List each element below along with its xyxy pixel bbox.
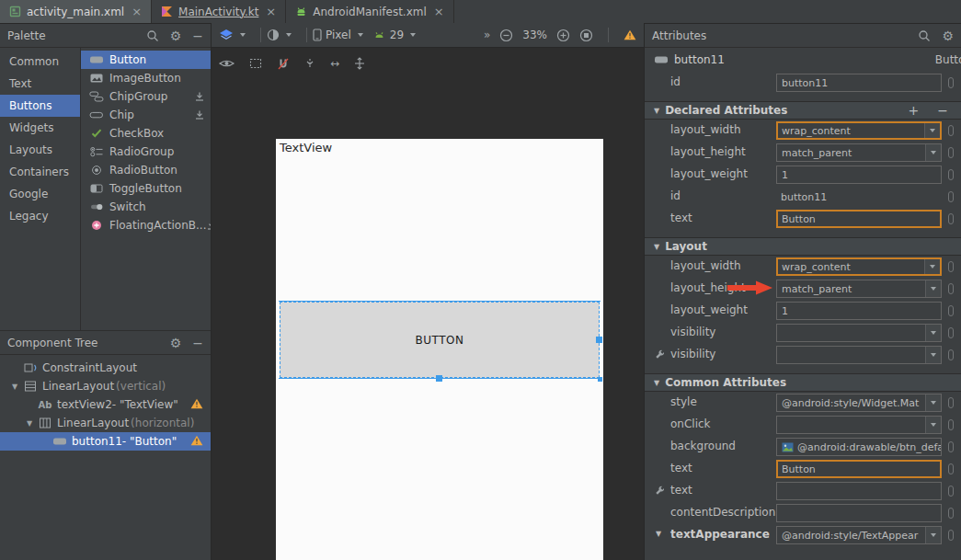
resource-picker[interactable] [948, 463, 954, 474]
palette-item[interactable]: ChipGroup [81, 87, 211, 106]
palette-item[interactable]: ToggleButton [81, 179, 211, 198]
attribute-dropdown[interactable] [776, 346, 942, 364]
remove-attribute-button[interactable]: − [937, 103, 948, 118]
resource-picker[interactable] [948, 530, 954, 541]
attribute-dropdown[interactable]: match_parent [776, 143, 942, 162]
attribute-dropdown[interactable] [776, 324, 942, 342]
palette-item[interactable]: RadioGroup [81, 143, 211, 161]
attribute-input[interactable]: @android:drawable/btn_defau [776, 438, 942, 456]
attribute-input[interactable]: button11 [776, 74, 942, 92]
gear-icon[interactable]: ⚙ [170, 29, 182, 42]
gear-icon[interactable]: ⚙ [170, 337, 182, 349]
resource-picker[interactable] [948, 486, 954, 497]
hide-panel-icon[interactable]: − [192, 29, 203, 42]
attributes-section-header[interactable]: ▼Layout [645, 237, 961, 256]
resource-picker[interactable] [948, 508, 954, 519]
expand-arrow-icon[interactable]: ▼ [22, 419, 37, 428]
attribute-dropdown[interactable]: wrap_content [776, 257, 942, 276]
resize-handle-bottom[interactable] [436, 375, 442, 382]
chevron-down-icon[interactable] [925, 417, 941, 433]
palette-item[interactable]: FloatingActionB... [81, 216, 211, 234]
toolbar-overflow-icon[interactable]: » [484, 29, 490, 41]
view-options-eye-icon[interactable] [219, 58, 235, 69]
chevron-down-icon[interactable] [925, 394, 941, 411]
tree-item[interactable]: ConstraintLayout [0, 359, 211, 377]
expand-arrow-icon[interactable]: ▼ [656, 530, 661, 538]
tree-item[interactable]: AbtextView2- "TextView" [0, 395, 211, 414]
gear-icon[interactable]: ⚙ [942, 29, 954, 42]
chevron-down-icon[interactable] [925, 527, 941, 543]
chevron-down-icon[interactable] [924, 123, 940, 138]
close-icon[interactable]: × [266, 5, 276, 18]
zoom-out-icon[interactable] [499, 29, 513, 42]
resource-picker[interactable] [948, 261, 954, 272]
resource-picker[interactable] [948, 305, 954, 316]
attribute-dropdown[interactable]: @android:style/Widget.Mat [776, 394, 942, 412]
zoom-in-icon[interactable] [556, 29, 570, 42]
warning-icon[interactable] [624, 29, 636, 40]
resource-picker[interactable] [948, 327, 954, 338]
attribute-input[interactable]: Button [776, 210, 942, 228]
attribute-input[interactable]: 1 [776, 302, 942, 320]
palette-item[interactable]: Button [81, 51, 211, 69]
align-vertical-icon[interactable] [354, 57, 365, 70]
tree-item[interactable]: button11- "Button" [0, 432, 211, 451]
resource-picker[interactable] [948, 77, 954, 88]
resource-picker[interactable] [948, 419, 954, 430]
autoconnect-magnet-icon[interactable] [277, 58, 290, 70]
palette-item[interactable]: RadioButton [81, 161, 211, 179]
chevron-down-icon[interactable] [925, 325, 941, 341]
device-selector[interactable]: Pixel [313, 29, 363, 41]
palette-category-legacy[interactable]: Legacy [0, 205, 80, 227]
resource-picker[interactable] [948, 397, 954, 408]
attribute-dropdown[interactable]: @android:style/TextAppear [776, 526, 942, 544]
guidelines-icon[interactable] [304, 58, 315, 69]
add-attribute-button[interactable]: + [909, 103, 920, 118]
palette-item[interactable]: ImageButton [81, 69, 211, 87]
palette-item[interactable]: Switch [81, 198, 211, 216]
editor-tab[interactable]: activity_main.xml× [0, 0, 152, 23]
chevron-down-icon[interactable] [925, 280, 941, 297]
resource-picker[interactable] [948, 349, 954, 360]
attribute-input[interactable]: Button [776, 460, 942, 478]
palette-category-common[interactable]: Common [0, 51, 80, 73]
close-icon[interactable]: × [132, 5, 142, 18]
layout-canvas[interactable]: TextView BUTTON [276, 139, 603, 560]
resource-picker[interactable] [948, 125, 954, 136]
editor-tab[interactable]: MainActivity.kt× [152, 0, 286, 23]
chevron-down-icon[interactable] [924, 259, 940, 274]
resource-picker[interactable] [948, 169, 954, 180]
canvas-textview[interactable]: TextView [280, 141, 332, 154]
palette-item[interactable]: Chip [81, 106, 211, 124]
palette-item[interactable]: CheckBox [81, 124, 211, 143]
palette-category-text[interactable]: Text [0, 73, 80, 95]
attribute-input[interactable] [776, 504, 942, 522]
attribute-dropdown[interactable]: match_parent [776, 280, 942, 298]
default-margins-icon[interactable]: ↔ [330, 57, 339, 70]
attributes-section-header[interactable]: ▼Common Attributes [645, 373, 961, 392]
attribute-dropdown[interactable]: wrap_content [776, 121, 942, 140]
attribute-dropdown[interactable] [776, 416, 942, 434]
palette-category-layouts[interactable]: Layouts [0, 139, 80, 161]
zoom-to-fit-icon[interactable] [579, 29, 593, 42]
tree-item[interactable]: ▼LinearLayout(horizontal) [0, 414, 211, 432]
editor-tab[interactable]: AndroidManifest.xml× [286, 0, 453, 23]
resize-handle-corner[interactable] [598, 377, 602, 382]
chevron-down-icon[interactable] [925, 144, 941, 161]
palette-category-containers[interactable]: Containers [0, 161, 80, 183]
tree-item[interactable]: ▼LinearLayout(vertical) [0, 377, 211, 395]
resource-picker[interactable] [948, 213, 954, 224]
chevron-down-icon[interactable] [925, 347, 941, 363]
palette-category-widgets[interactable]: Widgets [0, 117, 80, 139]
theme-selector[interactable] [267, 29, 292, 41]
attribute-input[interactable]: 1 [776, 166, 942, 184]
close-icon[interactable]: × [434, 5, 444, 18]
search-icon[interactable] [146, 29, 159, 42]
palette-category-buttons[interactable]: Buttons [0, 95, 80, 117]
resource-picker[interactable] [948, 283, 954, 294]
api-selector[interactable]: 29 [372, 29, 416, 41]
resource-picker[interactable] [948, 191, 954, 202]
expand-arrow-icon[interactable]: ▼ [7, 383, 22, 391]
attribute-input[interactable] [776, 482, 942, 500]
hide-panel-icon[interactable]: − [192, 337, 203, 349]
